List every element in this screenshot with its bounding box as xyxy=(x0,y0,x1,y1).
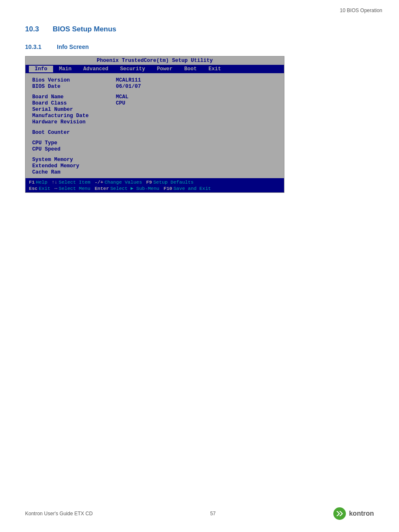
bios-bottom-item: F9Setup Defaults xyxy=(146,179,194,185)
bios-field-label: CPU Speed xyxy=(32,146,116,152)
section-title: BIOS Setup Menus xyxy=(53,25,116,33)
bios-field-row: Cache Ram xyxy=(32,169,277,175)
bios-field-label: Boot Counter xyxy=(32,130,116,136)
bios-field-label: Cache Ram xyxy=(32,169,116,175)
bios-screen: Phoenix TrustedCore(tm) Setup Utility In… xyxy=(25,56,284,193)
bios-bottom-item: F1Help xyxy=(29,179,47,185)
bios-bottom-item: F10Save and Exit xyxy=(164,186,211,191)
bios-field-row: Board NameMCAL xyxy=(32,94,277,100)
bios-field-row: Serial Number xyxy=(32,107,277,113)
bios-field-row: Boot Counter xyxy=(32,130,277,136)
bios-bottom-desc: Select Item xyxy=(59,179,90,185)
subsection-number: 10.3.1 xyxy=(25,43,49,50)
bios-field-row: Bios VersionMCALR111 xyxy=(32,77,277,83)
bios-menu-item-info[interactable]: Info xyxy=(29,66,53,72)
bios-bottom-item: -/+Change Values xyxy=(95,179,142,185)
bios-spacer xyxy=(32,125,277,130)
bios-field-label: Board Class xyxy=(32,100,116,106)
main-content: 10.3 BIOS Setup Menus 10.3.1 Info Screen… xyxy=(0,0,399,230)
bios-bottom-desc: Change Values xyxy=(105,179,142,185)
bios-bottom-item: ↔Select Menu xyxy=(54,186,90,191)
bios-bottom-bar: F1Help↑↓Select Item-/+Change ValuesF9Set… xyxy=(26,178,284,192)
bios-field-label: Serial Number xyxy=(32,107,116,113)
page-number: 57 xyxy=(210,511,215,517)
bios-field-row: CPU Type xyxy=(32,140,277,146)
header-text: 10 BIOS Operation xyxy=(340,8,382,13)
bios-field-label: Bios Version xyxy=(32,77,116,83)
section-number: 10.3 xyxy=(25,25,45,33)
bios-bottom-key: -/+ xyxy=(95,179,103,185)
bios-field-row: Hardware Revision xyxy=(32,119,277,125)
bios-field-label: Board Name xyxy=(32,94,116,100)
bios-menu-bar[interactable]: InfoMainAdvancedSecurityPowerBootExit xyxy=(26,65,284,73)
bios-bottom-key: F1 xyxy=(29,179,35,185)
bios-field-row: BIOS Date06/01/07 xyxy=(32,84,277,90)
bios-bottom-desc: Help xyxy=(36,179,48,185)
bios-title-bar: Phoenix TrustedCore(tm) Setup Utility xyxy=(26,56,284,65)
bios-bottom-desc: Setup Defaults xyxy=(153,179,194,185)
bios-field-row: Manufacturing Date xyxy=(32,113,277,119)
bios-bottom-key: Esc xyxy=(29,186,38,191)
subsection-title: Info Screen xyxy=(57,43,89,50)
bios-field-row: CPU Speed xyxy=(32,146,277,152)
bios-field-row: Extended Memory xyxy=(32,163,277,169)
footer-logo: kontron xyxy=(333,507,374,520)
kontron-logo-icon xyxy=(333,507,346,520)
page-header: 10 BIOS Operation xyxy=(340,8,382,13)
bios-bottom-desc: Save and Exit xyxy=(174,186,211,191)
bios-bottom-key: F10 xyxy=(164,186,172,191)
bios-title: Phoenix TrustedCore(tm) Setup Utility xyxy=(97,58,213,64)
bios-field-label: System Memory xyxy=(32,157,116,163)
bios-field-label: BIOS Date xyxy=(32,84,116,90)
bios-field-value: MCAL xyxy=(116,94,128,100)
bios-field-row: Board ClassCPU xyxy=(32,100,277,106)
bios-menu-item-advanced[interactable]: Advanced xyxy=(77,66,114,72)
bios-field-label: Manufacturing Date xyxy=(32,113,116,119)
bios-bottom-desc: Select Menu xyxy=(59,186,90,191)
bios-menu-item-boot[interactable]: Boot xyxy=(179,66,203,72)
bios-bottom-key: F9 xyxy=(146,179,152,185)
bios-field-value: CPU xyxy=(116,100,125,106)
bios-field-label: CPU Type xyxy=(32,140,116,146)
bios-bottom-desc: Select ► Sub-Menu xyxy=(110,186,159,191)
bios-bottom-row: F1Help↑↓Select Item-/+Change ValuesF9Set… xyxy=(28,179,281,185)
bios-bottom-key: ↔ xyxy=(54,186,57,191)
bios-bottom-desc: Exit xyxy=(39,186,51,191)
bios-menu-item-power[interactable]: Power xyxy=(151,66,179,72)
bios-menu-item-exit[interactable]: Exit xyxy=(203,66,227,72)
footer-left: Kontron User's Guide ETX CD xyxy=(25,511,93,517)
bios-spacer xyxy=(32,90,277,94)
bios-bottom-key: Enter xyxy=(95,186,109,191)
bios-spacer xyxy=(32,136,277,140)
bios-spacer xyxy=(32,153,277,157)
bios-bottom-item: EscExit xyxy=(29,186,50,191)
bios-field-value: MCALR111 xyxy=(116,77,141,83)
section-heading: 10.3 BIOS Setup Menus xyxy=(25,25,374,33)
bios-field-value: 06/01/07 xyxy=(116,84,141,90)
bios-field-row: System Memory xyxy=(32,157,277,163)
bios-bottom-row: EscExit↔Select MenuEnterSelect ► Sub-Men… xyxy=(28,185,281,192)
kontron-logo-text: kontron xyxy=(349,510,374,517)
bios-bottom-key: ↑↓ xyxy=(51,179,57,185)
bios-bottom-item: EnterSelect ► Sub-Menu xyxy=(95,186,159,191)
subsection-heading: 10.3.1 Info Screen xyxy=(25,43,374,50)
page-footer: Kontron User's Guide ETX CD 57 kontron xyxy=(0,507,399,520)
bios-content: Bios VersionMCALR111BIOS Date06/01/07Boa… xyxy=(26,73,284,178)
bios-menu-item-main[interactable]: Main xyxy=(53,66,77,72)
bios-menu-item-security[interactable]: Security xyxy=(114,66,151,72)
bios-bottom-item: ↑↓Select Item xyxy=(51,179,90,185)
bios-field-label: Extended Memory xyxy=(32,163,116,169)
bios-field-label: Hardware Revision xyxy=(32,119,116,125)
